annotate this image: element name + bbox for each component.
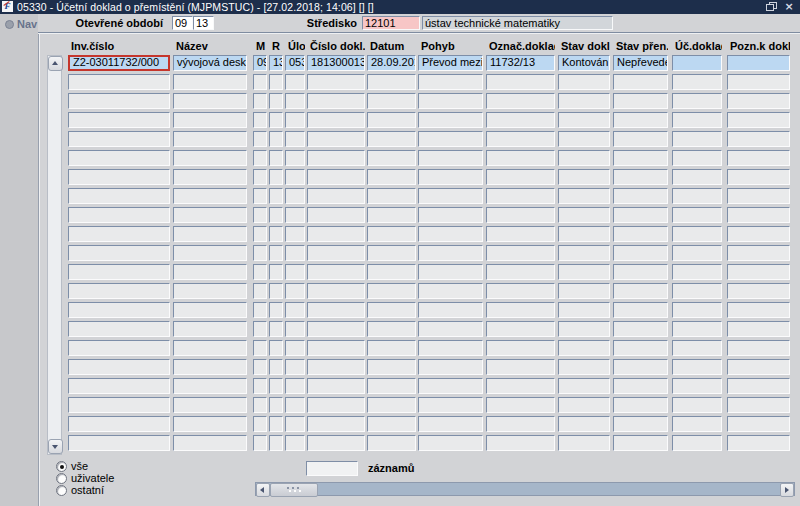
table-cell[interactable] [307, 340, 365, 356]
table-cell[interactable]: 053 [285, 55, 305, 71]
table-cell[interactable] [173, 150, 247, 166]
table-cell[interactable] [727, 340, 790, 356]
table-cell[interactable] [418, 207, 483, 223]
table-cell[interactable] [269, 321, 283, 337]
table-cell[interactable] [285, 112, 305, 128]
table-cell[interactable] [307, 74, 365, 90]
table-cell[interactable] [253, 359, 267, 375]
table-cell[interactable] [307, 283, 365, 299]
table-cell[interactable] [486, 226, 555, 242]
table-cell[interactable] [727, 302, 790, 318]
table-cell[interactable] [285, 283, 305, 299]
table-cell[interactable] [418, 283, 483, 299]
table-cell[interactable] [367, 188, 416, 204]
table-cell[interactable] [558, 416, 610, 432]
table-cell[interactable] [68, 112, 170, 128]
table-cell[interactable] [672, 378, 722, 394]
center-code-field[interactable]: 12101 [362, 16, 420, 30]
table-cell[interactable] [269, 264, 283, 280]
table-cell[interactable] [418, 340, 483, 356]
table-cell[interactable] [558, 378, 610, 394]
table-cell[interactable] [285, 416, 305, 432]
table-cell[interactable] [285, 74, 305, 90]
table-cell[interactable] [285, 302, 305, 318]
table-cell[interactable] [613, 378, 668, 394]
table-cell[interactable] [269, 359, 283, 375]
table-cell[interactable] [672, 340, 722, 356]
table-cell[interactable] [486, 340, 555, 356]
table-cell[interactable] [285, 245, 305, 261]
table-cell[interactable] [558, 112, 610, 128]
table-cell[interactable] [558, 435, 610, 451]
table-cell[interactable] [558, 245, 610, 261]
table-cell[interactable]: Kontován [558, 55, 610, 71]
table-cell[interactable] [418, 188, 483, 204]
table-cell[interactable] [269, 302, 283, 318]
table-cell[interactable] [285, 359, 305, 375]
table-cell[interactable] [253, 93, 267, 109]
table-cell[interactable] [173, 397, 247, 413]
table-cell[interactable] [253, 321, 267, 337]
table-cell[interactable] [727, 416, 790, 432]
table-cell[interactable] [672, 245, 722, 261]
table-cell[interactable] [418, 169, 483, 185]
table-cell[interactable] [173, 74, 247, 90]
table-cell[interactable] [173, 264, 247, 280]
table-cell[interactable] [672, 397, 722, 413]
table-cell[interactable] [285, 340, 305, 356]
table-cell[interactable] [307, 435, 365, 451]
table-cell[interactable] [68, 150, 170, 166]
table-cell[interactable]: 13 [269, 55, 283, 71]
restore-icon[interactable] [766, 2, 776, 11]
table-cell[interactable] [727, 359, 790, 375]
table-cell[interactable] [727, 245, 790, 261]
table-cell[interactable] [486, 416, 555, 432]
period-month-field[interactable]: 09 [172, 16, 193, 30]
table-cell[interactable] [68, 188, 170, 204]
table-cell[interactable] [613, 207, 668, 223]
table-cell[interactable] [173, 93, 247, 109]
table-cell[interactable] [173, 245, 247, 261]
table-cell[interactable] [173, 340, 247, 356]
table-cell[interactable] [558, 226, 610, 242]
table-cell[interactable] [418, 321, 483, 337]
table-cell[interactable] [613, 226, 668, 242]
table-cell[interactable] [727, 397, 790, 413]
table-cell[interactable] [269, 93, 283, 109]
table-cell[interactable] [307, 302, 365, 318]
table-cell[interactable] [367, 112, 416, 128]
table-cell[interactable] [672, 435, 722, 451]
table-cell[interactable] [672, 74, 722, 90]
table-cell[interactable] [418, 93, 483, 109]
table-cell[interactable] [307, 245, 365, 261]
table-cell[interactable] [269, 283, 283, 299]
table-cell[interactable] [307, 131, 365, 147]
table-cell[interactable] [285, 321, 305, 337]
table-cell[interactable] [367, 207, 416, 223]
table-cell[interactable] [672, 302, 722, 318]
table-cell[interactable] [285, 169, 305, 185]
table-cell[interactable] [173, 359, 247, 375]
table-cell[interactable] [269, 226, 283, 242]
table-cell[interactable] [269, 435, 283, 451]
table-cell[interactable] [307, 416, 365, 432]
table-cell[interactable] [672, 359, 722, 375]
table-cell[interactable] [68, 74, 170, 90]
table-cell[interactable] [367, 264, 416, 280]
table-cell[interactable] [418, 416, 483, 432]
table-cell[interactable] [727, 93, 790, 109]
period-year-field[interactable]: 13 [193, 16, 214, 30]
table-cell[interactable] [367, 397, 416, 413]
table-cell[interactable] [253, 74, 267, 90]
table-cell[interactable] [486, 93, 555, 109]
table-cell[interactable] [68, 245, 170, 261]
table-cell[interactable] [558, 397, 610, 413]
table-cell[interactable] [367, 416, 416, 432]
table-cell[interactable] [558, 169, 610, 185]
table-cell[interactable] [672, 226, 722, 242]
table-cell[interactable] [253, 226, 267, 242]
scrollbar-thumb[interactable] [270, 483, 318, 497]
table-cell[interactable] [558, 264, 610, 280]
table-cell[interactable] [558, 150, 610, 166]
table-cell[interactable]: 09 [253, 55, 267, 71]
